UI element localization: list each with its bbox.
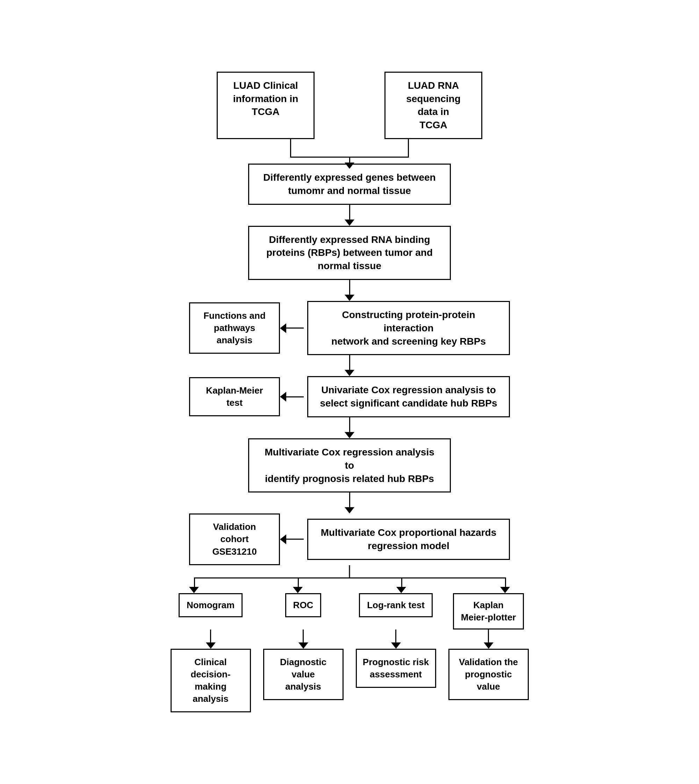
univariate-box: Univariate Cox regression analysis to se… [307, 376, 510, 417]
derbp-box: Differently expressed RNA binding protei… [248, 226, 451, 280]
kaplan-meier-box: Kaplan-Meier test [189, 377, 280, 416]
cox-model-box: Multivariate Cox proportional hazards re… [307, 519, 510, 560]
univariate-row: Kaplan-Meier test Univariate Cox regress… [164, 376, 535, 417]
luad-clinical-box: LUAD Clinical information in TCGA [217, 72, 315, 139]
multivariate-box: Multivariate Cox regression analysis to … [248, 438, 451, 492]
log-rank-box: Log-rank test [359, 593, 433, 617]
nomogram-box: Nomogram [179, 593, 243, 617]
arrow-deg-derbp [345, 205, 354, 226]
cox-row: Validation cohort GSE31210 Multivariate … [164, 514, 535, 565]
validation-cohort-box: Validation cohort GSE31210 [189, 514, 280, 565]
flowchart: LUAD Clinical information in TCGA LUAD R… [157, 51, 542, 733]
prognostic-box: Prognostic risk assessment [356, 649, 436, 688]
arrow-derbp-ppi [345, 280, 354, 301]
arrow-multivariate-cox [345, 492, 354, 514]
ppi-box: Constructing protein-protein interaction… [307, 301, 510, 355]
diagnostic-box: Diagnostic value analysis [263, 649, 344, 700]
arrow-univariate-multivariate [345, 417, 354, 438]
ppi-row: Functions and pathways analysis Construc… [164, 301, 535, 355]
deg-box: Differently expressed genes between tumo… [248, 164, 451, 205]
functions-box: Functions and pathways analysis [189, 302, 280, 354]
validation-value-box: Validation the prognostic value [449, 649, 529, 700]
roc-box: ROC [285, 593, 321, 617]
luad-rna-box: LUAD RNA sequencing data in TCGA [384, 72, 482, 139]
kaplan-plotter-box: Kaplan Meier-plotter [453, 593, 524, 630]
clinical-decision-box: Clinical decision- making analysis [171, 649, 251, 712]
arrow-ppi-univariate [345, 355, 354, 376]
